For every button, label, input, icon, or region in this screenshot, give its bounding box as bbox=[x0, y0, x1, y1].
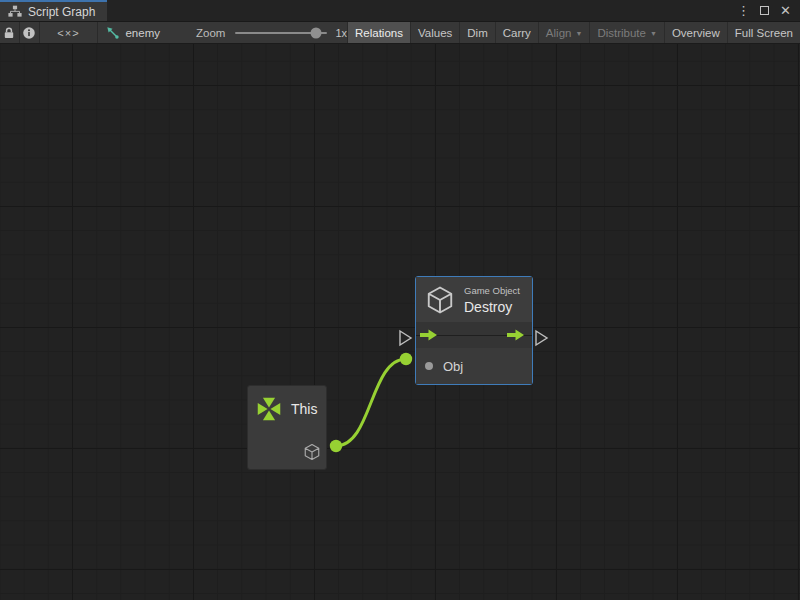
breadcrumb-graph-name: enemy bbox=[125, 27, 160, 39]
dim-button[interactable]: Dim bbox=[459, 22, 494, 43]
titlebar: Script Graph ⋮ ✕ bbox=[0, 0, 800, 22]
titlebar-drag-area bbox=[107, 0, 735, 21]
graph-canvas[interactable]: Game Object Destroy O bbox=[0, 44, 800, 600]
value-port-row: Obj bbox=[416, 348, 532, 384]
control-input-arrow-icon[interactable] bbox=[420, 329, 437, 342]
this-output-port[interactable] bbox=[303, 443, 326, 469]
full-screen-button[interactable]: Full Screen bbox=[727, 22, 800, 43]
breadcrumb[interactable]: enemy bbox=[98, 22, 170, 43]
zoom-slider-handle[interactable] bbox=[311, 27, 322, 38]
control-input-triangle[interactable] bbox=[400, 331, 411, 345]
hierarchy-graph-icon bbox=[8, 5, 22, 18]
close-icon[interactable]: ✕ bbox=[777, 2, 794, 19]
node-destroy-titles: Game Object Destroy bbox=[464, 285, 520, 315]
node-title: Destroy bbox=[464, 299, 520, 315]
wire-source-dot[interactable] bbox=[330, 440, 342, 452]
control-output-triangle[interactable] bbox=[536, 331, 547, 345]
relations-button[interactable]: Relations bbox=[347, 22, 410, 43]
control-output-arrow-icon[interactable] bbox=[507, 329, 524, 342]
overview-button[interactable]: Overview bbox=[664, 22, 727, 43]
node-this-header: This bbox=[248, 386, 326, 424]
node-this[interactable]: This bbox=[247, 385, 327, 470]
lock-icon bbox=[2, 26, 16, 40]
obj-port-label: Obj bbox=[443, 359, 463, 374]
script-graph-window: Script Graph ⋮ ✕ bbox=[0, 0, 800, 600]
graph-asset-icon bbox=[106, 26, 120, 40]
game-object-cube-icon bbox=[303, 443, 321, 461]
toolbar-toggle-buttons: Relations Values Dim Carry Align ▼ Distr… bbox=[347, 22, 800, 43]
info-icon bbox=[22, 26, 36, 40]
inspect-code-button[interactable]: <×> bbox=[40, 22, 98, 43]
this-converge-icon bbox=[254, 394, 284, 424]
window-menu-icon[interactable]: ⋮ bbox=[735, 2, 752, 19]
node-title: This bbox=[291, 401, 317, 417]
carry-button[interactable]: Carry bbox=[495, 22, 538, 43]
dropdown-arrow-icon: ▼ bbox=[650, 30, 657, 37]
align-dropdown[interactable]: Align ▼ bbox=[538, 22, 590, 43]
distribute-dropdown[interactable]: Distribute ▼ bbox=[589, 22, 664, 43]
graph-toolbar: <×> enemy Zoom 1x Relations bbox=[0, 22, 800, 44]
node-category: Game Object bbox=[464, 285, 520, 296]
control-ports-row bbox=[416, 322, 532, 348]
node-destroy[interactable]: Game Object Destroy O bbox=[415, 276, 533, 385]
zoom-value: 1x bbox=[335, 27, 347, 39]
window-controls: ⋮ ✕ bbox=[735, 0, 800, 21]
zoom-slider[interactable] bbox=[235, 22, 327, 43]
tab-script-graph[interactable]: Script Graph bbox=[0, 0, 107, 21]
tab-title: Script Graph bbox=[28, 5, 95, 19]
wire-target-dot[interactable] bbox=[400, 353, 412, 365]
zoom-label: Zoom bbox=[196, 27, 225, 39]
wire-layer bbox=[0, 44, 800, 600]
dropdown-arrow-icon: ▼ bbox=[575, 30, 582, 37]
values-button[interactable]: Values bbox=[410, 22, 459, 43]
obj-input-port[interactable] bbox=[425, 362, 433, 370]
zoom-control: Zoom 1x bbox=[196, 22, 347, 43]
game-object-cube-icon bbox=[425, 285, 455, 315]
wire-this-to-destroy[interactable] bbox=[336, 359, 406, 446]
maximize-icon[interactable] bbox=[756, 2, 773, 19]
node-destroy-header: Game Object Destroy bbox=[416, 277, 532, 322]
lock-button[interactable] bbox=[0, 22, 19, 43]
info-button[interactable] bbox=[20, 22, 39, 43]
